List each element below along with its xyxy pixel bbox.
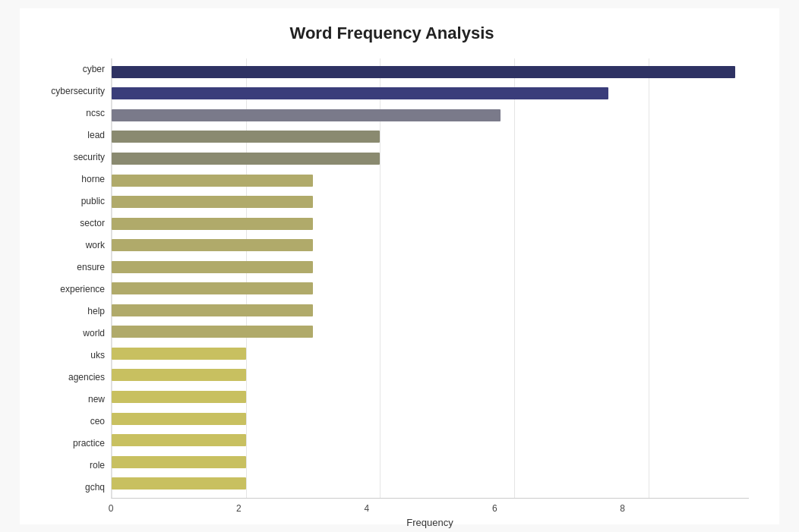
bar: [112, 131, 380, 143]
bar-row: [112, 65, 749, 79]
bar-row: [112, 347, 749, 360]
y-label: cyber: [83, 65, 105, 74]
bar-row: [112, 433, 749, 447]
y-label: ceo: [90, 417, 105, 426]
y-label: cybersecurity: [51, 87, 105, 96]
bar-row: [112, 325, 749, 338]
bar: [112, 348, 246, 360]
y-label: security: [74, 153, 105, 162]
y-label: practice: [73, 439, 105, 448]
bar-row: [112, 260, 749, 274]
bar-row: [112, 195, 749, 209]
bar: [112, 261, 313, 273]
bars-and-grid: [111, 58, 749, 499]
x-axis-title: Frequency: [111, 517, 749, 528]
bar-row: [112, 217, 749, 231]
bar-row: [112, 390, 749, 404]
bar-row: [112, 282, 749, 295]
bar: [112, 369, 246, 381]
bar: [112, 218, 313, 230]
chart-title: Word Frequency Analysis: [35, 24, 749, 43]
bar: [112, 87, 608, 99]
y-label: experience: [60, 285, 105, 294]
bar-row: [112, 368, 749, 382]
y-label: help: [87, 307, 105, 316]
bar: [112, 196, 313, 208]
bar-row: [112, 238, 749, 252]
x-tick-label: 8: [620, 503, 625, 514]
bar-row: [112, 174, 749, 187]
y-label: uks: [90, 351, 105, 360]
bars-wrapper: [112, 58, 749, 498]
chart-container: Word Frequency Analysis cybercybersecuri…: [20, 8, 779, 524]
bar: [112, 282, 313, 294]
bar: [112, 175, 313, 187]
y-label: role: [90, 461, 105, 470]
y-label: public: [81, 197, 105, 206]
y-label: ncsc: [86, 109, 105, 118]
y-label: sector: [80, 219, 105, 228]
chart-area: cybercybersecurityncscleadsecurityhornep…: [35, 58, 749, 499]
y-label: gchq: [85, 483, 105, 492]
bar-row: [112, 455, 749, 469]
bar: [112, 326, 313, 338]
x-tick-label: 4: [364, 503, 369, 514]
bar: [112, 304, 313, 316]
y-axis: cybercybersecurityncscleadsecurityhornep…: [35, 58, 111, 499]
bar: [112, 477, 246, 490]
bar: [112, 109, 501, 121]
bar-row: [112, 412, 749, 426]
y-label: ensure: [77, 263, 105, 272]
bar-row: [112, 477, 749, 490]
x-axis-labels: 02468: [111, 499, 718, 514]
bar: [112, 153, 380, 165]
y-label: lead: [87, 131, 105, 140]
bar-row: [112, 109, 749, 122]
y-label: agencies: [68, 373, 105, 382]
y-label: horne: [81, 175, 105, 184]
y-label: world: [83, 329, 105, 338]
bar-row: [112, 304, 749, 317]
bar-row: [112, 130, 749, 143]
bar: [112, 391, 246, 403]
x-tick-label: 6: [492, 503, 497, 514]
x-tick-label: 2: [236, 503, 242, 514]
y-label: new: [88, 395, 105, 404]
bar: [112, 239, 313, 251]
bar-row: [112, 152, 749, 165]
bar: [112, 434, 246, 446]
y-label: work: [86, 241, 105, 250]
x-tick-label: 0: [109, 503, 114, 514]
bar: [112, 413, 246, 425]
bar-row: [112, 87, 749, 100]
bar: [112, 66, 735, 78]
bar: [112, 456, 246, 468]
